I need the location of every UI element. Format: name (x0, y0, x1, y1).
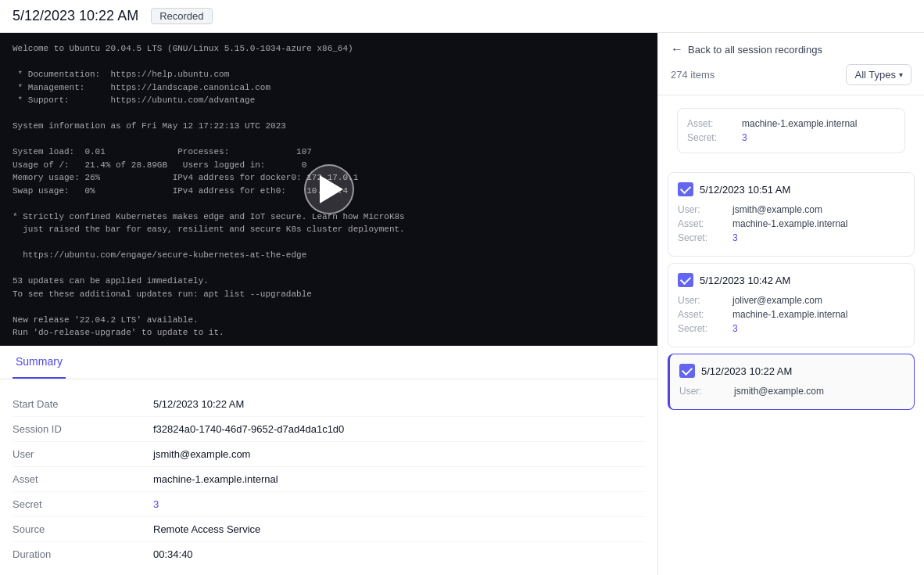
value-source: Remote Access Service (153, 523, 645, 535)
recording-timestamp-1042: 5/12/2023 10:42 AM (700, 275, 790, 286)
back-label: Back to all session recordings (688, 44, 822, 56)
recording-timestamp-1022: 5/12/2023 10:22 AM (701, 365, 792, 377)
recording-detail-user-1042: User: joliver@example.com (678, 295, 904, 306)
terminal-icon-1051 (678, 182, 693, 196)
summary-row-startdate: Start Date 5/12/2023 10:22 AM (13, 392, 645, 417)
label-source: Source (13, 523, 153, 535)
secret-value-1042[interactable]: 3 (732, 323, 738, 334)
left-panel: Welcome to Ubuntu 20.04.5 LTS (GNU/Linux… (0, 33, 658, 575)
user-value-1042: joliver@example.com (732, 295, 822, 306)
filter-label: All Types (854, 69, 896, 81)
items-count: 274 items (671, 69, 714, 81)
first-recording-card-wrapper: Asset: machine-1.example.internal Secret… (658, 95, 924, 160)
first-card-secret-label: Secret: (687, 132, 742, 143)
recording-card-1022[interactable]: 5/12/2023 10:22 AM User: jsmith@example.… (668, 354, 915, 410)
type-filter-dropdown[interactable]: All Types ▾ (846, 64, 911, 85)
page-header: 5/12/2023 10:22 AM Recorded (0, 0, 924, 33)
label-start-date: Start Date (13, 398, 153, 410)
recording-detail-secret-1042: Secret: 3 (678, 323, 904, 334)
secret-value-1051[interactable]: 3 (732, 232, 738, 243)
first-card-asset-value: machine-1.example.internal (742, 118, 857, 129)
user-value-1022: jsmith@example.com (734, 386, 824, 397)
summary-row-secret: Secret 3 (13, 492, 645, 517)
value-duration: 00:34:40 (153, 548, 645, 560)
asset-label-1051: Asset: (678, 218, 732, 229)
recording-card-1051[interactable]: 5/12/2023 10:51 AM User: jsmith@example.… (668, 172, 915, 257)
recording-card-1042[interactable]: 5/12/2023 10:42 AM User: joliver@example… (668, 263, 915, 347)
recording-detail-asset-1051: Asset: machine-1.example.internal (678, 218, 904, 229)
recording-detail-user-1022: User: jsmith@example.com (679, 386, 904, 397)
chevron-down-icon: ▾ (899, 70, 903, 79)
recording-card-1022-header: 5/12/2023 10:22 AM (679, 364, 904, 378)
value-asset: machine-1.example.internal (153, 473, 645, 485)
asset-value-1042: machine-1.example.internal (732, 309, 847, 320)
summary-row-user: User jsmith@example.com (13, 442, 645, 467)
page-title: 5/12/2023 10:22 AM (13, 8, 138, 24)
secret-label-1042: Secret: (678, 323, 732, 334)
play-button[interactable] (304, 164, 354, 214)
value-secret[interactable]: 3 (153, 498, 645, 510)
value-user: jsmith@example.com (153, 448, 645, 460)
label-secret: Secret (13, 498, 153, 510)
right-panel-header: ← Back to all session recordings 274 ite… (658, 33, 924, 95)
summary-row-asset: Asset machine-1.example.internal (13, 467, 645, 492)
summary-row-sessionid: Session ID f32824a0-1740-46d7-9652-d7ad4… (13, 417, 645, 442)
user-label-1022: User: (679, 386, 734, 397)
recording-detail-secret-1051: Secret: 3 (678, 232, 904, 243)
user-label-1051: User: (678, 204, 732, 215)
user-label-1042: User: (678, 295, 732, 306)
filter-row: 274 items All Types ▾ (671, 64, 911, 85)
first-card-secret-value[interactable]: 3 (742, 132, 747, 143)
recording-timestamp-1051: 5/12/2023 10:51 AM (700, 184, 790, 196)
tabs-area: Summary (0, 346, 657, 379)
video-player[interactable]: Welcome to Ubuntu 20.04.5 LTS (GNU/Linux… (0, 33, 657, 346)
recording-card-1042-header: 5/12/2023 10:42 AM (678, 273, 904, 287)
tab-summary[interactable]: Summary (13, 346, 66, 379)
secret-label-1051: Secret: (678, 232, 732, 243)
label-user: User (13, 448, 153, 460)
recording-detail-user-1051: User: jsmith@example.com (678, 204, 904, 215)
first-recording-card[interactable]: Asset: machine-1.example.internal Secret… (677, 108, 905, 153)
back-link[interactable]: ← Back to all session recordings (671, 42, 911, 56)
recorded-badge: Recorded (151, 8, 212, 24)
back-arrow-icon: ← (671, 42, 683, 56)
asset-label-1042: Asset: (678, 309, 732, 320)
user-value-1051: jsmith@example.com (732, 204, 822, 215)
value-start-date: 5/12/2023 10:22 AM (153, 398, 645, 410)
recording-list: 5/12/2023 10:51 AM User: jsmith@example.… (658, 160, 924, 575)
label-session-id: Session ID (13, 423, 153, 435)
main-layout: Welcome to Ubuntu 20.04.5 LTS (GNU/Linux… (0, 33, 924, 575)
asset-value-1051: machine-1.example.internal (732, 218, 847, 229)
label-asset: Asset (13, 473, 153, 485)
recording-card-1051-header: 5/12/2023 10:51 AM (678, 182, 904, 196)
recording-detail-asset-1042: Asset: machine-1.example.internal (678, 309, 904, 320)
play-icon (320, 175, 343, 203)
right-panel: ← Back to all session recordings 274 ite… (658, 33, 924, 575)
terminal-icon-1022 (679, 364, 695, 378)
label-duration: Duration (13, 548, 153, 560)
terminal-content: Welcome to Ubuntu 20.04.5 LTS (GNU/Linux… (0, 33, 417, 346)
summary-table: Start Date 5/12/2023 10:22 AM Session ID… (0, 379, 657, 575)
value-session-id: f32824a0-1740-46d7-9652-d7ad4da1c1d0 (153, 423, 645, 435)
summary-row-source: Source Remote Access Service (13, 517, 645, 542)
terminal-icon-1042 (678, 273, 693, 287)
summary-row-duration: Duration 00:34:40 (13, 542, 645, 566)
first-card-asset-label: Asset: (687, 118, 742, 129)
